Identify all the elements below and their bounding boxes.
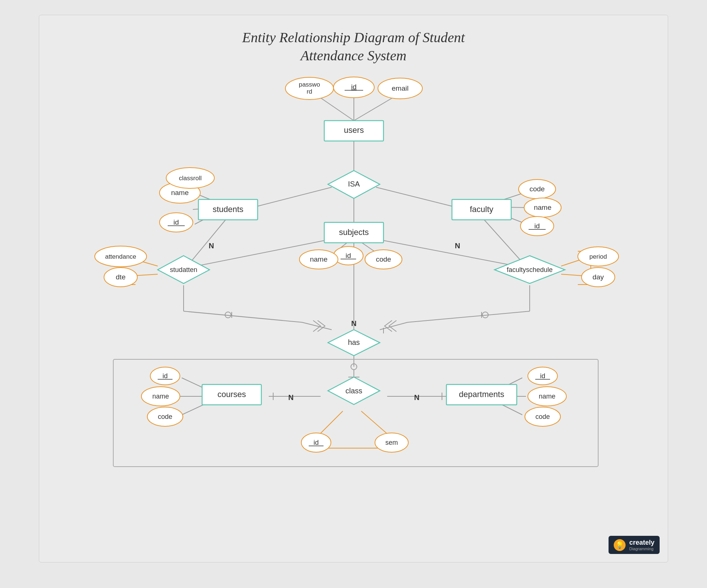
attr-depts-code: code (535, 413, 550, 420)
entity-subjects: subjects (339, 228, 369, 237)
attr-courses-code: code (158, 413, 172, 420)
main-container: Entity Relationship Diagram of Student A… (39, 15, 668, 562)
attr-students-name: name (171, 189, 189, 196)
attr-studatten-dte: dte (116, 273, 125, 281)
attr-students-classroll: classroll (179, 175, 201, 182)
attr-depts-id: id (540, 372, 545, 380)
label-n-courses: N (288, 393, 294, 401)
svg-line-31 (380, 322, 408, 330)
attr-users-email: email (392, 84, 408, 92)
svg-line-30 (408, 311, 530, 322)
title-line1: Entity Relationship Diagram of Student (242, 30, 465, 45)
rel-isa: ISA (348, 180, 360, 188)
svg-text:rd: rd (306, 88, 312, 95)
label-n-departments: N (414, 393, 419, 401)
label-n-faculty: N (455, 242, 460, 250)
rel-facultyschedule: facultyschedule (507, 266, 553, 273)
entity-faculty: faculty (470, 205, 493, 214)
creately-sublabel: Diagramming (629, 547, 654, 551)
attr-subjects-id: id (346, 252, 351, 259)
label-n-students: N (209, 242, 214, 250)
attr-users-id: id (351, 83, 357, 91)
attr-class-sem: sem (385, 439, 398, 446)
creately-label: creately (629, 539, 654, 546)
entity-courses: courses (217, 390, 246, 399)
attr-courses-name: name (152, 393, 169, 400)
rel-studatten: studatten (170, 266, 197, 273)
svg-line-6 (376, 187, 458, 208)
attr-studatten-attendance: attendance (105, 253, 136, 260)
svg-line-3 (354, 97, 395, 121)
rel-class: class (345, 387, 362, 395)
title-line2: Attendance System (301, 48, 406, 63)
creately-bulb-icon: 💡 (614, 539, 626, 551)
entity-users: users (344, 125, 364, 135)
svg-line-1 (319, 97, 354, 121)
attr-faculty-name: name (534, 204, 552, 211)
attr-depts-name: name (539, 393, 555, 400)
rel-has: has (348, 338, 360, 346)
diagram-title: Entity Relationship Diagram of Student A… (39, 15, 668, 65)
entity-departments: departments (459, 390, 504, 399)
attr-subjects-name: name (310, 255, 328, 263)
label-n-subjects: N (351, 319, 356, 327)
attr-facultyschedule-period: period (589, 253, 607, 260)
attr-faculty-id: id (535, 222, 540, 230)
entity-students: students (212, 205, 243, 214)
attr-courses-id: id (162, 372, 168, 380)
er-diagram: users students faculty subjects courses … (39, 63, 669, 552)
creately-logo: 💡 creately Diagramming (609, 536, 660, 554)
attr-subjects-code: code (376, 255, 391, 263)
svg-line-25 (184, 311, 302, 322)
attr-faculty-code: code (529, 185, 545, 193)
attr-class-id: id (314, 439, 319, 446)
attr-users-password: passwo (299, 81, 320, 88)
attr-students-id: id (174, 218, 179, 226)
attr-facultyschedule-day: day (593, 273, 604, 281)
svg-line-4 (252, 187, 332, 208)
